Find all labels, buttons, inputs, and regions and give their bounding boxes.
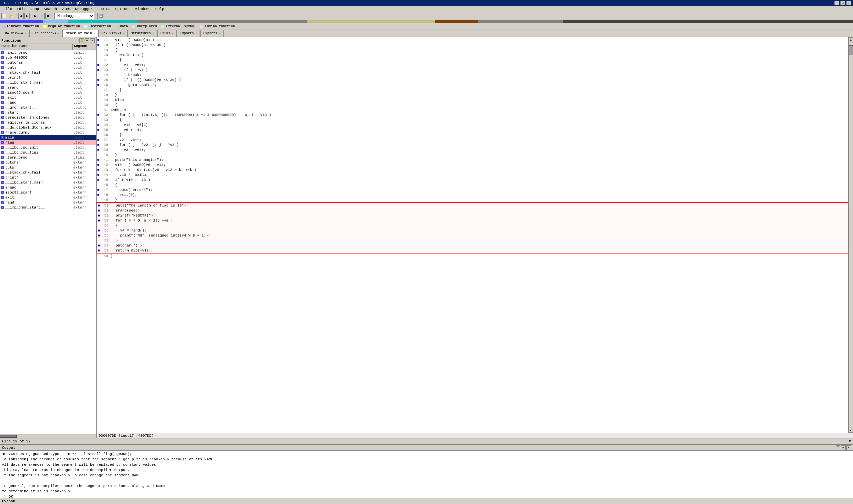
forward-button[interactable]: ▶: [24, 13, 30, 19]
open-button[interactable]: 📂: [9, 13, 15, 19]
menu-item-view[interactable]: View: [60, 7, 72, 11]
code-line[interactable]: 49 }: [96, 197, 848, 202]
code-line[interactable]: 48 exit(0);: [96, 192, 848, 197]
code-line[interactable]: 42 v10 = (_DWORD)v6 - v12;: [96, 162, 848, 167]
function-row[interactable]: f_init_proc.init: [0, 50, 96, 55]
menu-item-debugger[interactable]: Debugger: [73, 7, 95, 11]
minimize-button[interactable]: −: [834, 1, 839, 5]
function-row[interactable]: f_putchar.plt: [0, 60, 96, 65]
code-line[interactable]: 27 }: [96, 87, 848, 92]
function-row[interactable]: f__libc_start_mainextern: [0, 180, 96, 185]
code-line[interactable]: 21 {: [96, 57, 848, 62]
menu-item-jump[interactable]: Jump: [28, 7, 41, 11]
function-row[interactable]: f__libc_csu_init.text: [0, 145, 96, 150]
functions-list[interactable]: f_init_proc.initfsub_4005C0.pltf_putchar…: [0, 50, 96, 434]
code-line[interactable]: 28 }: [96, 92, 848, 97]
scroll-track[interactable]: [849, 42, 853, 428]
function-row[interactable]: fmain.text: [0, 135, 96, 140]
function-row[interactable]: f__gmon_start__.plt.g: [0, 105, 96, 110]
functions-scrollbar[interactable]: [0, 434, 96, 438]
code-scroll-area[interactable]: 17 v12 = (_DWORD)a1 + 1;18 if ( (_DWORD)…: [96, 37, 848, 433]
tab-close-icon[interactable]: ✕: [123, 32, 124, 35]
code-line[interactable]: 36 }: [96, 132, 848, 137]
code-line[interactable]: 23 if ( !*v1 ): [96, 67, 848, 72]
code-line[interactable]: 33 {: [96, 117, 848, 122]
code-line[interactable]: 50 puts("The length of flag is 13");: [97, 203, 848, 208]
function-row[interactable]: f__stack_chk_fail.plt: [0, 70, 96, 75]
function-row[interactable]: fsrandextern: [0, 185, 96, 190]
scroll-thumb[interactable]: [849, 45, 853, 55]
code-line[interactable]: 60}: [96, 253, 848, 258]
tab-pseudocode[interactable]: Pseudocode-A✕: [29, 30, 62, 37]
code-line[interactable]: 37 v2 = v6++;: [96, 137, 848, 142]
function-row[interactable]: fderegister_tm_clones.text: [0, 115, 96, 120]
function-row[interactable]: f__stack_chk_failextern: [0, 170, 96, 175]
code-line[interactable]: 17 v12 = (_DWORD)a1 + 1;: [96, 37, 848, 42]
function-row[interactable]: f_srand.plt: [0, 85, 96, 90]
function-row[interactable]: f_isoc99_scanf.plt: [0, 90, 96, 95]
stop-button[interactable]: ⏹: [45, 13, 51, 19]
scrollbar-thumb[interactable]: [0, 435, 17, 438]
function-row[interactable]: fregister_tm_clones.text: [0, 120, 96, 125]
code-line[interactable]: 38 for ( j = *v2; j; j = *v3 ): [96, 142, 848, 147]
vertical-scrollbar[interactable]: ▲ ▼: [848, 37, 853, 433]
menu-item-lumina[interactable]: Lumina: [95, 7, 113, 11]
code-line[interactable]: 29 else: [96, 97, 848, 102]
lock-icon[interactable]: 🔒: [79, 38, 84, 43]
tab-close-icon[interactable]: ✕: [195, 32, 197, 35]
code-line[interactable]: 26 goto LABEL_4;: [96, 82, 848, 87]
code-line[interactable]: 51 srand(seed);: [97, 208, 848, 213]
menu-item-windows[interactable]: Windows: [133, 7, 153, 11]
menu-item-search[interactable]: Search: [42, 7, 59, 11]
code-line[interactable]: 59 return &v6[-v12];: [97, 248, 848, 253]
close-panel-icon[interactable]: ✕: [90, 38, 95, 43]
function-row[interactable]: fflag.text: [0, 140, 96, 145]
code-line[interactable]: 30 {: [96, 102, 848, 107]
function-row[interactable]: fframe_dummy.text: [0, 130, 96, 135]
code-line[interactable]: 32 for ( i = (int)v6; ((i - 16843009) & …: [96, 112, 848, 117]
code-line[interactable]: 58 putchar('}');: [97, 243, 848, 248]
function-row[interactable]: fisoc99_scanfextern: [0, 190, 96, 195]
code-line[interactable]: 46 {: [96, 182, 848, 187]
tab-close-icon[interactable]: ✕: [24, 32, 26, 35]
function-row[interactable]: fsub_4005C0.plt: [0, 55, 96, 60]
code-line[interactable]: 45 if ( v10 != 13 ): [96, 177, 848, 182]
code-line[interactable]: 47 puts("error!");: [96, 187, 848, 192]
code-line[interactable]: 24 break;: [96, 72, 848, 77]
grid-icon[interactable]: ⊞: [85, 38, 89, 43]
menu-item-options[interactable]: Options: [113, 7, 132, 11]
maximize-button[interactable]: □: [840, 1, 845, 5]
code-line[interactable]: 35 v6 += 4;: [96, 127, 848, 132]
function-row[interactable]: f_exit.plt: [0, 95, 96, 100]
output-close-icon[interactable]: ✕: [846, 445, 851, 450]
tab-structures[interactable]: Structures✕: [128, 30, 157, 37]
tab-close-icon[interactable]: ✕: [172, 32, 173, 35]
menu-item-file[interactable]: File: [1, 7, 14, 11]
function-row[interactable]: frandextern: [0, 200, 96, 205]
code-line[interactable]: 54 {: [97, 223, 848, 228]
function-row[interactable]: f__do_global_dtors_aux.text: [0, 125, 96, 130]
function-row[interactable]: f_printf.plt: [0, 75, 96, 80]
code-line[interactable]: 53 for ( m = 0; m < 13; ++m ): [97, 218, 848, 223]
tab-imports[interactable]: Imports✕: [177, 30, 200, 37]
scroll-up-button[interactable]: ▲: [849, 37, 853, 42]
tab-close-icon[interactable]: ✕: [152, 32, 154, 35]
menu-item-edit[interactable]: Edit: [15, 7, 27, 11]
tab-close-icon[interactable]: ✕: [58, 32, 59, 35]
function-row[interactable]: f__libc_csu_fini.text: [0, 150, 96, 155]
menu-item-help[interactable]: Help: [153, 7, 166, 11]
function-row[interactable]: f_rand.plt: [0, 100, 96, 105]
code-line[interactable]: 43 for ( k = 0; (int)v6 - v12 > k; ++k ): [96, 167, 848, 172]
code-line[interactable]: 34 v13 = v6[1];: [96, 122, 848, 127]
function-row[interactable]: f__imp_gmon_start__extern: [0, 205, 96, 210]
code-line[interactable]: 41 puts("This a magic!");: [96, 157, 848, 162]
code-line[interactable]: 19 {: [96, 47, 848, 52]
tab-exports[interactable]: Exports✕: [200, 30, 223, 37]
function-row[interactable]: fexitextern: [0, 195, 96, 200]
debugger-dropdown[interactable]: No debugger: [54, 13, 94, 19]
function-row[interactable]: fputcharextern: [0, 160, 96, 165]
code-line[interactable]: 57 }: [97, 238, 848, 243]
code-line[interactable]: 55 v4 = rand();: [97, 228, 848, 233]
output-maximize-icon[interactable]: □: [836, 445, 840, 450]
tab-ida-view[interactable]: IDA View-A✕: [0, 30, 29, 37]
